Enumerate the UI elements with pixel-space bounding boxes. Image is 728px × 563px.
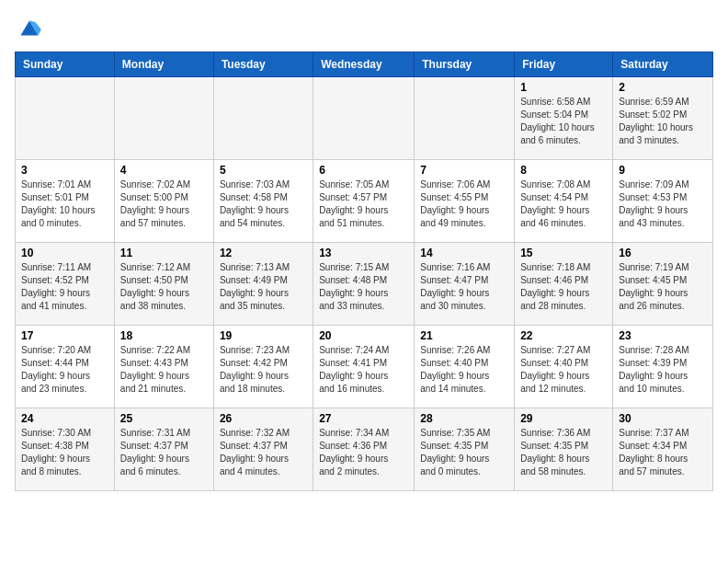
day-number: 27 xyxy=(319,412,408,425)
day-info: Sunrise: 7:24 AM Sunset: 4:41 PM Dayligh… xyxy=(319,344,408,396)
calendar-cell: 2Sunrise: 6:59 AM Sunset: 5:02 PM Daylig… xyxy=(613,77,713,160)
day-number: 7 xyxy=(420,164,508,177)
day-number: 10 xyxy=(21,247,108,259)
day-info: Sunrise: 7:15 AM Sunset: 4:48 PM Dayligh… xyxy=(319,261,408,313)
day-info: Sunrise: 6:59 AM Sunset: 5:02 PM Dayligh… xyxy=(619,96,707,147)
day-info: Sunrise: 7:06 AM Sunset: 4:55 PM Dayligh… xyxy=(420,178,508,230)
calendar-cell: 20Sunrise: 7:24 AM Sunset: 4:41 PM Dayli… xyxy=(313,326,415,408)
day-number: 14 xyxy=(420,247,508,259)
day-info: Sunrise: 7:30 AM Sunset: 4:38 PM Dayligh… xyxy=(21,427,108,478)
day-info: Sunrise: 7:34 AM Sunset: 4:36 PM Dayligh… xyxy=(319,427,408,478)
calendar-cell: 3Sunrise: 7:01 AM Sunset: 5:01 PM Daylig… xyxy=(16,160,115,243)
day-info: Sunrise: 7:20 AM Sunset: 4:44 PM Dayligh… xyxy=(21,344,108,396)
calendar-header-saturday: Saturday xyxy=(613,52,713,77)
day-info: Sunrise: 7:27 AM Sunset: 4:40 PM Dayligh… xyxy=(520,344,607,396)
day-number: 13 xyxy=(319,247,408,259)
calendar-cell: 4Sunrise: 7:02 AM Sunset: 5:00 PM Daylig… xyxy=(114,160,213,243)
day-info: Sunrise: 7:28 AM Sunset: 4:39 PM Dayligh… xyxy=(619,344,707,396)
day-info: Sunrise: 7:37 AM Sunset: 4:34 PM Dayligh… xyxy=(619,427,707,478)
calendar-cell xyxy=(313,77,415,160)
calendar-cell: 13Sunrise: 7:15 AM Sunset: 4:48 PM Dayli… xyxy=(313,243,415,326)
day-number: 18 xyxy=(120,329,208,342)
calendar-header-sunday: Sunday xyxy=(16,52,115,77)
day-number: 17 xyxy=(21,329,108,342)
logo-icon xyxy=(15,15,44,44)
day-number: 4 xyxy=(120,164,208,177)
day-number: 2 xyxy=(619,81,707,94)
day-number: 23 xyxy=(619,329,707,342)
day-info: Sunrise: 7:19 AM Sunset: 4:45 PM Dayligh… xyxy=(619,261,707,313)
day-number: 5 xyxy=(220,164,307,177)
calendar-table: SundayMondayTuesdayWednesdayThursdayFrid… xyxy=(15,52,713,491)
day-info: Sunrise: 7:32 AM Sunset: 4:37 PM Dayligh… xyxy=(220,427,307,478)
day-number: 8 xyxy=(520,164,607,177)
calendar-cell xyxy=(415,77,515,160)
calendar-cell xyxy=(114,77,213,160)
day-info: Sunrise: 7:18 AM Sunset: 4:46 PM Dayligh… xyxy=(520,261,607,313)
calendar-cell: 25Sunrise: 7:31 AM Sunset: 4:37 PM Dayli… xyxy=(114,408,213,491)
day-number: 3 xyxy=(21,164,108,177)
day-number: 12 xyxy=(220,247,307,259)
calendar-week-row: 17Sunrise: 7:20 AM Sunset: 4:44 PM Dayli… xyxy=(16,326,713,408)
calendar-cell: 5Sunrise: 7:03 AM Sunset: 4:58 PM Daylig… xyxy=(213,160,313,243)
day-info: Sunrise: 7:01 AM Sunset: 5:01 PM Dayligh… xyxy=(21,178,108,230)
day-info: Sunrise: 7:08 AM Sunset: 4:54 PM Dayligh… xyxy=(520,178,607,230)
calendar-week-row: 24Sunrise: 7:30 AM Sunset: 4:38 PM Dayli… xyxy=(16,408,713,491)
day-number: 11 xyxy=(120,247,208,259)
day-info: Sunrise: 7:13 AM Sunset: 4:49 PM Dayligh… xyxy=(220,261,307,313)
calendar-week-row: 3Sunrise: 7:01 AM Sunset: 5:01 PM Daylig… xyxy=(16,160,713,243)
day-info: Sunrise: 7:35 AM Sunset: 4:35 PM Dayligh… xyxy=(420,427,508,478)
day-info: Sunrise: 7:05 AM Sunset: 4:57 PM Dayligh… xyxy=(319,178,408,230)
calendar-cell: 18Sunrise: 7:22 AM Sunset: 4:43 PM Dayli… xyxy=(114,326,213,408)
day-number: 25 xyxy=(120,412,208,425)
calendar-cell: 27Sunrise: 7:34 AM Sunset: 4:36 PM Dayli… xyxy=(313,408,415,491)
day-info: Sunrise: 7:11 AM Sunset: 4:52 PM Dayligh… xyxy=(21,261,108,313)
day-number: 15 xyxy=(520,247,607,259)
calendar-cell: 21Sunrise: 7:26 AM Sunset: 4:40 PM Dayli… xyxy=(415,326,515,408)
calendar-header-row: SundayMondayTuesdayWednesdayThursdayFrid… xyxy=(16,52,713,77)
calendar-cell: 9Sunrise: 7:09 AM Sunset: 4:53 PM Daylig… xyxy=(613,160,713,243)
day-info: Sunrise: 7:12 AM Sunset: 4:50 PM Dayligh… xyxy=(120,261,208,313)
day-info: Sunrise: 7:31 AM Sunset: 4:37 PM Dayligh… xyxy=(120,427,208,478)
calendar-header-tuesday: Tuesday xyxy=(213,52,313,77)
day-info: Sunrise: 7:16 AM Sunset: 4:47 PM Dayligh… xyxy=(420,261,508,313)
calendar-cell: 22Sunrise: 7:27 AM Sunset: 4:40 PM Dayli… xyxy=(515,326,613,408)
calendar-cell: 28Sunrise: 7:35 AM Sunset: 4:35 PM Dayli… xyxy=(415,408,515,491)
day-number: 6 xyxy=(319,164,408,177)
calendar-cell: 14Sunrise: 7:16 AM Sunset: 4:47 PM Dayli… xyxy=(415,243,515,326)
calendar-cell: 29Sunrise: 7:36 AM Sunset: 4:35 PM Dayli… xyxy=(515,408,613,491)
logo xyxy=(15,15,48,44)
calendar-cell: 1Sunrise: 6:58 AM Sunset: 5:04 PM Daylig… xyxy=(515,77,613,160)
calendar-cell xyxy=(213,77,313,160)
calendar-cell: 16Sunrise: 7:19 AM Sunset: 4:45 PM Dayli… xyxy=(613,243,713,326)
calendar-cell: 19Sunrise: 7:23 AM Sunset: 4:42 PM Dayli… xyxy=(213,326,313,408)
day-number: 24 xyxy=(21,412,108,425)
calendar-cell: 10Sunrise: 7:11 AM Sunset: 4:52 PM Dayli… xyxy=(16,243,115,326)
day-number: 9 xyxy=(619,164,707,177)
day-info: Sunrise: 7:36 AM Sunset: 4:35 PM Dayligh… xyxy=(520,427,607,478)
day-number: 29 xyxy=(520,412,607,425)
day-info: Sunrise: 7:22 AM Sunset: 4:43 PM Dayligh… xyxy=(120,344,208,396)
calendar-cell: 11Sunrise: 7:12 AM Sunset: 4:50 PM Dayli… xyxy=(114,243,213,326)
day-number: 22 xyxy=(520,329,607,342)
day-number: 16 xyxy=(619,247,707,259)
calendar-cell: 23Sunrise: 7:28 AM Sunset: 4:39 PM Dayli… xyxy=(613,326,713,408)
day-info: Sunrise: 7:09 AM Sunset: 4:53 PM Dayligh… xyxy=(619,178,707,230)
day-number: 19 xyxy=(220,329,307,342)
day-info: Sunrise: 7:02 AM Sunset: 5:00 PM Dayligh… xyxy=(120,178,208,230)
calendar-header-friday: Friday xyxy=(515,52,613,77)
day-info: Sunrise: 7:23 AM Sunset: 4:42 PM Dayligh… xyxy=(220,344,307,396)
day-info: Sunrise: 6:58 AM Sunset: 5:04 PM Dayligh… xyxy=(520,96,607,147)
calendar-week-row: 10Sunrise: 7:11 AM Sunset: 4:52 PM Dayli… xyxy=(16,243,713,326)
day-number: 26 xyxy=(220,412,307,425)
calendar-header-wednesday: Wednesday xyxy=(313,52,415,77)
calendar-cell: 30Sunrise: 7:37 AM Sunset: 4:34 PM Dayli… xyxy=(613,408,713,491)
calendar-cell: 7Sunrise: 7:06 AM Sunset: 4:55 PM Daylig… xyxy=(415,160,515,243)
day-number: 28 xyxy=(420,412,508,425)
calendar-cell: 24Sunrise: 7:30 AM Sunset: 4:38 PM Dayli… xyxy=(16,408,115,491)
day-number: 30 xyxy=(619,412,707,425)
day-info: Sunrise: 7:03 AM Sunset: 4:58 PM Dayligh… xyxy=(220,178,307,230)
day-number: 21 xyxy=(420,329,508,342)
calendar-cell: 15Sunrise: 7:18 AM Sunset: 4:46 PM Dayli… xyxy=(515,243,613,326)
day-info: Sunrise: 7:26 AM Sunset: 4:40 PM Dayligh… xyxy=(420,344,508,396)
